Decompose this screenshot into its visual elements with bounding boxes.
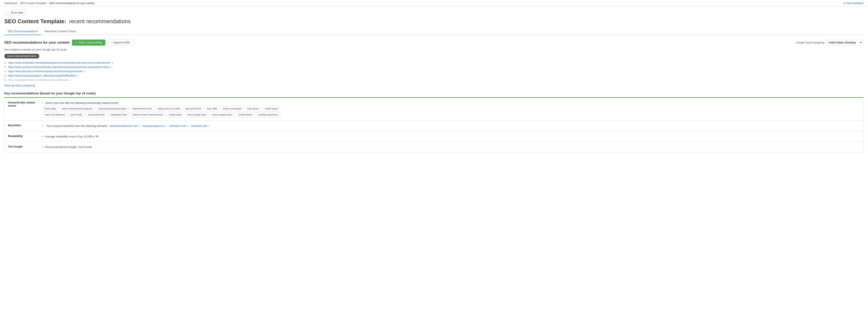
- rival-link-2[interactable]: https://www.suntrust.com/loans/home-impr…: [8, 66, 110, 68]
- tag-home-renovation: home renovation: [221, 106, 244, 111]
- row-label-backlinks: Backlinks: [4, 120, 39, 131]
- tag-origination-fees: origination fees: [108, 112, 130, 117]
- rival-item-5: 5. https://www.lightstream.com/home-impr…: [4, 78, 864, 82]
- google-targeting: Google Search targeting: United States (…: [796, 40, 864, 46]
- external-link-icon-1: ↗: [111, 62, 113, 64]
- targeting-select[interactable]: United States (Desktop) United Kingdom (…: [827, 40, 864, 46]
- external-link-icon-4: ↗: [78, 75, 79, 77]
- table-row-readability: Readability • Average readability score …: [4, 131, 864, 142]
- page-title: SEO Content Template: recent recommendat…: [4, 18, 864, 25]
- external-link-icon-2: ↗: [111, 66, 113, 68]
- table-row-backlinks: Backlinks • Try to acquire backlinks fro…: [4, 120, 864, 131]
- tag-home-improvement-projects: home improvement projects: [60, 106, 95, 111]
- tag-home-equity-lines: home equity lines: [185, 112, 209, 117]
- page-title-suffix: recent recommendations: [69, 18, 131, 25]
- pencil-icon: ✎: [75, 41, 77, 44]
- tag-cash-out-refinance: cash out refinance: [42, 112, 67, 117]
- tag-improvement-loan: improvement loan: [130, 106, 154, 111]
- bullet-semantic: •: [42, 101, 43, 105]
- intro-semantic: Enrich your text with the following sema…: [45, 101, 119, 105]
- breadcrumb-dashboard[interactable]: Dashboard: [4, 2, 17, 5]
- rivals-list: 1. https://www.nerdwallet.com/best/loans…: [4, 61, 864, 82]
- tag-unsecured-personal-loans: unsecured personal loans: [96, 106, 129, 111]
- tabs-container: SEO Recommendations Real-time Content Ch…: [4, 28, 864, 35]
- tag-fixed-rates: fixed rates: [42, 106, 59, 111]
- breadcrumb-template[interactable]: SEO Content Template: [20, 2, 46, 5]
- keyword-badge: home improvement loans: [4, 54, 39, 58]
- order-content-writing-button[interactable]: ✎ Order content writing: [72, 39, 105, 46]
- go-to-start-button[interactable]: ← Go to start: [4, 10, 26, 16]
- recommendations-table: Semantically related words • Enrich your…: [4, 97, 864, 152]
- breadcrumb-sep1: ›: [18, 2, 19, 5]
- tab-seo-recommendations[interactable]: SEO Recommendations: [4, 28, 41, 35]
- row-content-readability: • Average readability score of top 10 UR…: [39, 131, 864, 142]
- tag-loan-funds: loan funds: [68, 112, 84, 117]
- arrow-left-icon: ←: [7, 11, 10, 14]
- rival-item-3: 3. https://www.discover.com/home-equity-…: [4, 69, 864, 74]
- tags-row1: fixed rates home improvement projects un…: [42, 106, 860, 111]
- tag-rate-and-terms: rate and terms: [183, 106, 204, 111]
- tag-finance-home-improvement: finance home improvement: [131, 112, 165, 117]
- table-row-text-length: Text length • Recommended text length: 2…: [4, 142, 864, 152]
- readability-text: Average readability score of top 10 URLs…: [45, 135, 99, 138]
- breadcrumb-sep2: ›: [47, 2, 48, 5]
- send-feedback-link[interactable]: ✉ Send feedback: [843, 2, 864, 5]
- breadcrumb-current: SEO recommendations for your content: [49, 2, 95, 5]
- show-rivals-link[interactable]: Show all rivals (1 keyword): [4, 84, 35, 87]
- top-bar: Dashboard › SEO Content Template › SEO r…: [0, 0, 868, 7]
- rival-link-3[interactable]: https://www.discover.com/home-equity-loa…: [8, 70, 83, 73]
- targeting-label: Google Search targeting:: [796, 41, 825, 44]
- tag-loan-offer: loan offer: [205, 106, 220, 111]
- tags-row2: cash out refinance loan funds unsecured …: [42, 112, 860, 117]
- row-label-readability: Readability: [4, 131, 39, 142]
- analysis-text: Our analysis is based on your Google top…: [4, 48, 864, 51]
- domain-link-3[interactable]: oneandco.com ↗: [169, 124, 188, 128]
- main-content: ← Go to start SEO Content Template: rece…: [0, 7, 868, 156]
- tag-loan-terms: loan terms: [245, 106, 261, 111]
- external-link-icon-3: ↗: [84, 70, 86, 73]
- tag-monthly-payments: monthly payments: [256, 112, 280, 117]
- tab-realtime-content[interactable]: Real-time Content Check: [41, 28, 79, 35]
- table-row-semantically-related: Semantically related words • Enrich your…: [4, 98, 864, 121]
- rival-item-4: 4. https://www.hud.gov/program_offices/h…: [4, 74, 864, 78]
- intro-backlinks: Try to acquire backlinks from the follow…: [46, 124, 108, 128]
- tag-home-equity-loans: home equity loans: [210, 112, 235, 117]
- rival-item-2: 2. https://www.suntrust.com/loans/home-i…: [4, 65, 864, 69]
- domains-group: westandmainhomes.com ↗ freespaceway.com …: [110, 124, 210, 128]
- tag-credit-report: credit report: [262, 106, 280, 111]
- domain-link-1[interactable]: westandmainhomes.com ↗: [110, 124, 141, 128]
- section-title: SEO recommendations for your content: [4, 41, 69, 45]
- section-header: SEO recommendations for your content ✎ O…: [4, 39, 864, 46]
- rival-link-5[interactable]: https://www.lightstream.com/home-improve…: [8, 79, 69, 82]
- tag-credit-history: credit history: [236, 112, 254, 117]
- external-link-icon-5: ↗: [70, 79, 72, 81]
- tag-unsecured-loan: unsecured loan: [86, 112, 107, 117]
- bullet-readability: •: [42, 135, 43, 138]
- row-content-text-length: • Recommended text length: 2116 words: [39, 142, 864, 152]
- rival-item-1: 1. https://www.nerdwallet.com/best/loans…: [4, 61, 864, 65]
- bullet-backlinks: •: [42, 124, 43, 128]
- row-content-backlinks: • Try to acquire backlinks from the foll…: [39, 120, 864, 131]
- export-to-doc-button[interactable]: ↑ Export to DOC: [108, 39, 133, 46]
- export-btn-label: Export to DOC: [114, 41, 130, 44]
- bullet-text-length: •: [42, 146, 43, 149]
- domain-link-2[interactable]: freespaceway.com ↗: [143, 124, 166, 128]
- key-recommendations-title: Key recommendations (based on your Googl…: [4, 91, 864, 95]
- rival-link-4[interactable]: https://www.hud.gov/program_offices/hous…: [8, 74, 76, 77]
- row-label-semantic: Semantically related words: [4, 98, 39, 121]
- row-content-semantic: • Enrich your text with the following se…: [39, 98, 864, 121]
- row-label-text-length: Text length: [4, 142, 39, 152]
- tag-equity-lines-of-credit: equity lines of credit: [155, 106, 182, 111]
- upload-icon: ↑: [111, 41, 113, 44]
- order-btn-label: Order content writing: [78, 41, 102, 44]
- domain-link-4[interactable]: eurekster.com ↗: [191, 124, 210, 128]
- breadcrumb: Dashboard › SEO Content Template › SEO r…: [4, 2, 95, 5]
- feedback-icon: ✉: [843, 2, 846, 5]
- rival-link-1[interactable]: https://www.nerdwallet.com/best/loans/pe…: [8, 61, 110, 64]
- tag-credit-cards: credit cards: [166, 112, 184, 117]
- send-feedback-label: Send feedback: [846, 2, 864, 5]
- go-to-start-label: Go to start: [11, 11, 23, 14]
- text-length-text: Recommended text length: 2116 words: [45, 146, 92, 149]
